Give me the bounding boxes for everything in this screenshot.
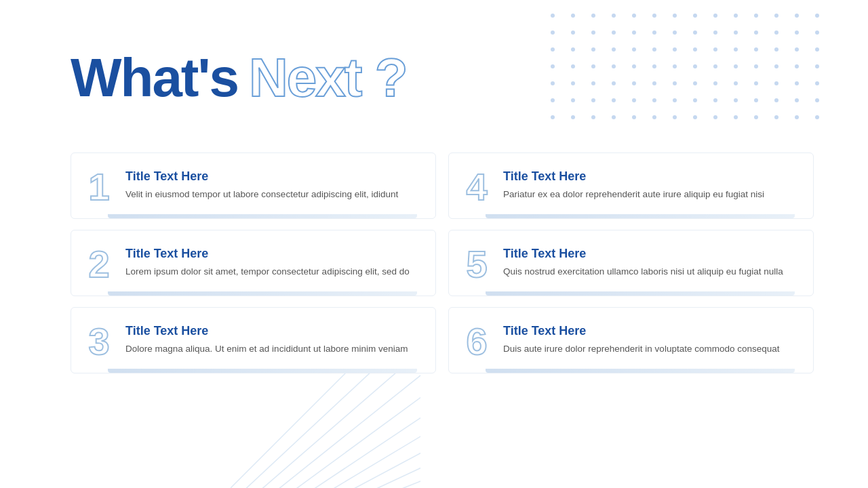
right-card-3: 6 Title Text Here Duis aute irure dolor … (448, 307, 814, 373)
card-title-1: Title Text Here (125, 169, 422, 184)
card-content-r3: Title Text Here Duis aute irure dolor re… (503, 323, 800, 356)
svg-line-10 (332, 454, 420, 488)
card-text-r3: Duis aute irure dolor reprehenderit in v… (503, 342, 800, 356)
card-number-2: 2 (82, 245, 116, 283)
card-content-2: Title Text Here Lorem ipsum dolor sit am… (125, 245, 422, 279)
card-content-1: Title Text Here Velit in eiusmod tempor … (125, 168, 422, 201)
card-content-3: Title Text Here Dolore magna aliqua. Ut … (125, 323, 422, 356)
card-number-r2: 5 (460, 245, 494, 283)
left-card-3: 3 Title Text Here Dolore magna aliqua. U… (71, 307, 436, 373)
card-content-r1: Title Text Here Pariatur ex ea dolor rep… (503, 168, 800, 201)
svg-line-11 (346, 468, 420, 488)
card-title-2: Title Text Here (125, 247, 422, 261)
right-card-1: 4 Title Text Here Pariatur ex ea dolor r… (448, 152, 814, 219)
svg-line-4 (251, 373, 420, 488)
left-card-1: 1 Title Text Here Velit in eiusmod tempo… (71, 152, 436, 219)
dot-grid-decoration: (function() { const grid = document.quer… (542, 7, 827, 125)
svg-line-5 (264, 386, 420, 488)
main-heading: What's Next ? (71, 51, 407, 105)
content-columns: 1 Title Text Here Velit in eiusmod tempo… (71, 152, 814, 384)
card-title-3: Title Text Here (125, 324, 422, 338)
card-text-3: Dolore magna aliqua. Ut enim et ad incid… (125, 342, 422, 356)
card-number-r1: 4 (460, 168, 494, 206)
heading-whats: What's (71, 51, 238, 105)
card-title-r1: Title Text Here (503, 169, 800, 184)
card-number-1: 1 (82, 168, 116, 206)
right-card-2: 5 Title Text Here Quis nostrud exercitat… (448, 230, 814, 296)
card-text-1: Velit in eiusmod tempor ut labore consec… (125, 188, 422, 201)
card-text-r1: Pariatur ex ea dolor reprehenderit aute … (503, 188, 800, 201)
card-content-r2: Title Text Here Quis nostrud exercitatio… (503, 245, 800, 279)
card-text-r2: Quis nostrud exercitation ullamco labori… (503, 265, 800, 279)
left-column: 1 Title Text Here Velit in eiusmod tempo… (71, 152, 436, 384)
card-title-r2: Title Text Here (503, 247, 800, 261)
card-number-r3: 6 (460, 323, 494, 361)
card-title-r3: Title Text Here (503, 324, 800, 338)
left-card-2: 2 Title Text Here Lorem ipsum dolor sit … (71, 230, 436, 296)
right-column: 4 Title Text Here Pariatur ex ea dolor r… (448, 152, 814, 384)
card-text-2: Lorem ipsum dolor sit amet, tempor conse… (125, 265, 422, 279)
card-number-3: 3 (82, 323, 116, 361)
heading-next: Next ? (249, 51, 407, 105)
